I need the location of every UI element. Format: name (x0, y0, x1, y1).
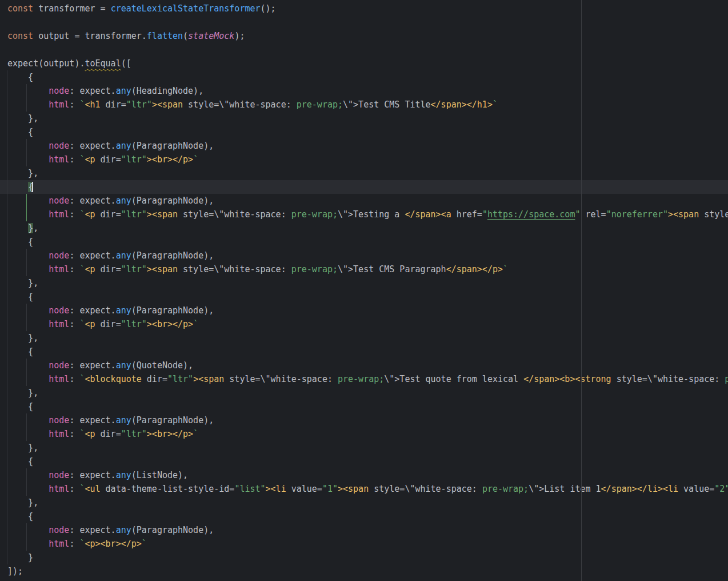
code-line[interactable]: }, (0, 112, 728, 125)
code-line[interactable]: html: `<p dir="ltr"><br></p>` (0, 153, 728, 166)
code-line[interactable]: html: `<p dir="ltr"><span style=\"white-… (0, 208, 728, 221)
code-line[interactable]: node: expect.any(HeadingNode), (0, 84, 728, 98)
text-caret (32, 182, 33, 192)
token-id: value= (286, 484, 322, 494)
token-prop: html (49, 209, 69, 220)
token-tag: ><span (338, 484, 369, 494)
token-str: ` (193, 154, 198, 165)
code-lines: const transformer = createLexicalStateTr… (0, 2, 728, 578)
code-line[interactable]: }, (0, 166, 728, 180)
code-line[interactable]: { (0, 345, 728, 359)
code-line[interactable]: html: `<p><br></p>` (0, 537, 728, 551)
token-id: href= (451, 209, 482, 220)
code-line[interactable]: { (0, 235, 728, 249)
code-line[interactable]: html: `<p dir="ltr"><br></p>` (0, 317, 728, 331)
token-prop: node (49, 141, 69, 151)
token-id: dir= (95, 154, 121, 165)
indent-guide (7, 70, 7, 564)
token-id: (ParagraphNode), (131, 141, 214, 151)
code-line[interactable]: html: `<blockquote dir="ltr"><span style… (0, 372, 728, 386)
token-id: expect(output). (7, 58, 85, 69)
token-id (7, 182, 28, 192)
token-id: { (7, 401, 33, 412)
code-line[interactable]: }, (0, 221, 728, 235)
code-line[interactable]: html: `<p dir="ltr"><span style=\"white-… (0, 262, 728, 276)
code-line[interactable]: ]); (0, 564, 728, 578)
token-id (7, 360, 49, 371)
matched-brace-guide (26, 194, 27, 221)
code-line[interactable]: node: expect.any(ParagraphNode), (0, 139, 728, 153)
token-id (7, 470, 49, 480)
code-line[interactable]: const output = transformer.flatten(state… (0, 29, 728, 43)
indent-guide (26, 84, 27, 112)
code-line[interactable]: }, (0, 276, 728, 290)
code-line[interactable]: } (0, 551, 728, 564)
code-line[interactable]: { (0, 125, 728, 139)
code-line[interactable]: }, (0, 441, 728, 455)
token-kw: const (7, 31, 33, 41)
code-line[interactable]: { (0, 70, 728, 84)
code-line[interactable]: node: expect.any(ParagraphNode), (0, 249, 728, 262)
token-prop: node (49, 415, 69, 425)
code-line[interactable]: node: expect.any(ListNode), (0, 468, 728, 482)
code-line[interactable] (0, 15, 728, 29)
code-line[interactable]: node: expect.any(ParagraphNode), (0, 304, 728, 317)
code-line[interactable]: html: `<ul data-theme-list-style-id="lis… (0, 482, 728, 496)
token-tag: <p (85, 429, 95, 439)
indent-guide (26, 468, 27, 496)
token-str: "ltr" (121, 209, 147, 220)
token-tag: ><span (193, 374, 224, 384)
token-prop: node (49, 470, 69, 480)
token-id: { (7, 237, 33, 247)
token-id: \">List item 1 (529, 484, 601, 494)
token-str: "ltr" (121, 264, 147, 274)
token-id: (ParagraphNode), (131, 250, 214, 261)
token-id: data-theme-list-style-id= (101, 484, 235, 494)
code-line[interactable]: expect(output).toEqual([ (0, 57, 728, 70)
token-id: : expect. (69, 141, 115, 151)
code-line[interactable] (0, 43, 728, 57)
code-line[interactable]: { (0, 400, 728, 413)
token-id: { (7, 127, 33, 137)
code-line[interactable]: node: expect.any(ParagraphNode), (0, 523, 728, 537)
code-line[interactable]: node: expect.any(ParagraphNode), (0, 413, 728, 427)
token-id: : expect. (69, 525, 115, 535)
token-prop: html (49, 539, 69, 549)
code-line[interactable]: node: expect.any(ParagraphNode), (0, 194, 728, 208)
token-fn: any (116, 250, 131, 261)
token-id: transformer = (33, 3, 110, 14)
code-editor[interactable]: const transformer = createLexicalStateTr… (0, 0, 728, 581)
token-id: rel= (580, 209, 606, 220)
token-param: stateMock (188, 31, 234, 41)
token-id: }, (7, 333, 38, 343)
token-prop: html (49, 374, 69, 384)
code-line[interactable]: { (0, 455, 728, 468)
token-id (7, 415, 49, 425)
code-line[interactable]: }, (0, 496, 728, 510)
token-id: output = transformer. (33, 31, 147, 41)
code-line-current[interactable]: { (0, 180, 728, 194)
token-id: (ParagraphNode), (131, 525, 214, 535)
token-id: style=\"white-space: (611, 374, 725, 384)
token-id (7, 305, 49, 316)
token-id: (); (261, 3, 276, 14)
token-id (7, 319, 49, 329)
token-id: ( (183, 31, 188, 41)
code-line[interactable]: const transformer = createLexicalStateTr… (0, 2, 728, 15)
token-id: ]); (7, 566, 23, 576)
token-kw: const (7, 3, 33, 14)
code-line[interactable]: html: `<p dir="ltr"><br></p>` (0, 427, 728, 441)
token-id: : expect. (69, 250, 115, 261)
code-line[interactable]: { (0, 290, 728, 304)
code-line[interactable]: }, (0, 386, 728, 400)
token-id: { (7, 292, 33, 302)
code-line[interactable]: }, (0, 331, 728, 345)
token-brace: } (28, 223, 33, 233)
token-id (7, 86, 49, 96)
token-id: style=\"white-spa (699, 209, 728, 220)
token-id (7, 484, 49, 494)
code-line[interactable]: html: `<h1 dir="ltr"><span style=\"white… (0, 98, 728, 112)
code-line[interactable]: node: expect.any(QuoteNode), (0, 359, 728, 372)
token-str: "list" (234, 484, 265, 494)
code-line[interactable]: { (0, 510, 728, 523)
